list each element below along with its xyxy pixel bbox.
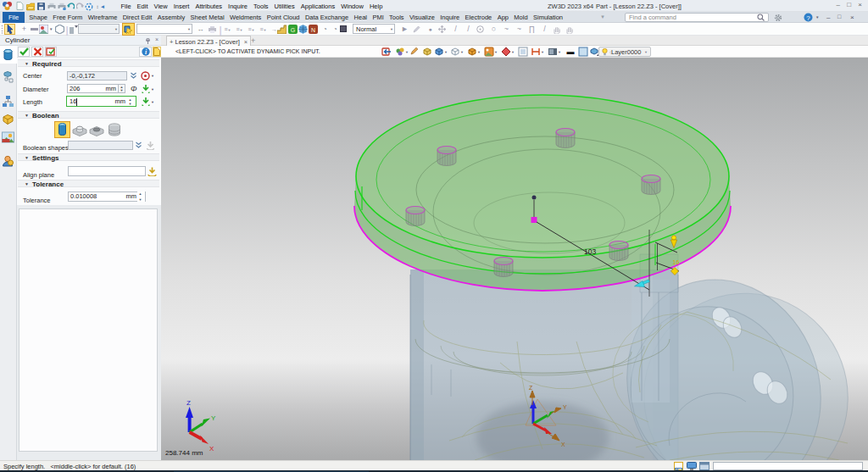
svg-text:16: 16 xyxy=(673,259,680,265)
svg-text:103: 103 xyxy=(584,247,596,256)
svg-text:X: X xyxy=(561,441,565,447)
svg-text:G: G xyxy=(291,27,295,33)
svg-text:Y: Y xyxy=(211,414,216,422)
svg-text:258.744 mm: 258.744 mm xyxy=(165,449,203,457)
svg-text:?: ? xyxy=(806,14,810,22)
svg-text:Z: Z xyxy=(529,385,533,391)
svg-text:X: X xyxy=(209,445,214,453)
svg-text:Y: Y xyxy=(563,404,567,410)
svg-text:N: N xyxy=(311,27,315,33)
svg-text:Z: Z xyxy=(186,399,191,407)
